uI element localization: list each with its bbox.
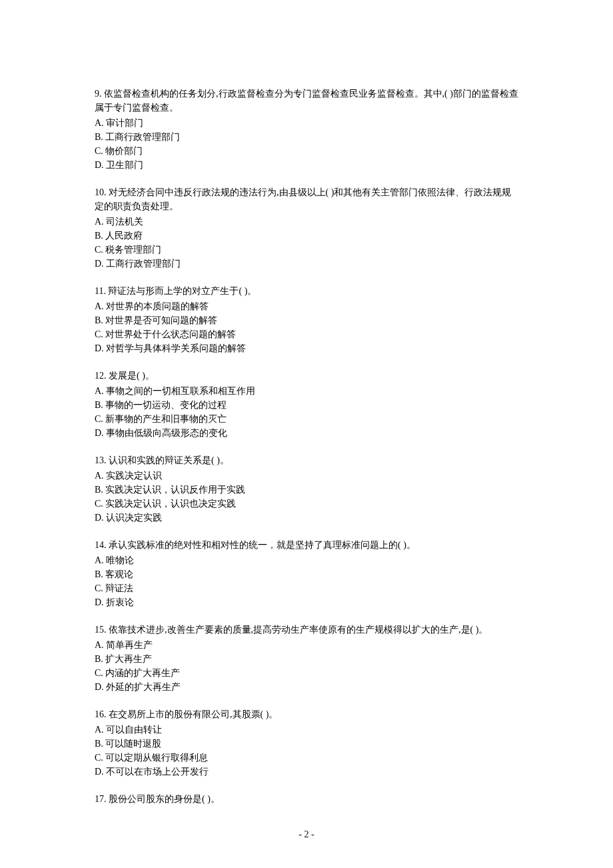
choice: D. 事物由低级向高级形态的变化 (95, 426, 518, 440)
choices: A. 简单再生产B. 扩大再生产C. 内涵的扩大再生产D. 外延的扩大再生产 (95, 638, 518, 694)
choice: A. 对世界的本质问题的解答 (95, 299, 518, 313)
choice: B. 人民政府 (95, 229, 518, 243)
question: 16. 在交易所上市的股份有限公司,其股票( )。A. 可以自由转让B. 可以随… (95, 707, 518, 779)
choice: B. 可以随时退股 (95, 737, 518, 751)
choice: C. 物价部门 (95, 144, 518, 158)
choices: A. 司法机关B. 人民政府C. 税务管理部门D. 工商行政管理部门 (95, 215, 518, 271)
choice: A. 司法机关 (95, 215, 518, 229)
choice: C. 实践决定认识，认识也决定实践 (95, 497, 518, 511)
question: 13. 认识和实践的辩证关系是( )。A. 实践决定认识B. 实践决定认识，认识… (95, 453, 518, 525)
choices: A. 对世界的本质问题的解答B. 对世界是否可知问题的解答C. 对世界处于什么状… (95, 299, 518, 355)
choice: C. 辩证法 (95, 581, 518, 595)
choice: D. 不可以在市场上公开发行 (95, 765, 518, 779)
question-text: 9. 依监督检查机构的任务划分,行政监督检查分为专门监督检查民业务监督检查。其中… (95, 87, 518, 115)
page-number: - 2 - (0, 827, 613, 841)
choice: C. 新事物的产生和旧事物的灭亡 (95, 412, 518, 426)
choice: A. 唯物论 (95, 553, 518, 567)
choice: D. 卫生部门 (95, 158, 518, 172)
question: 15. 依靠技术进步,改善生产要素的质量,提高劳动生产率使原有的生产规模得以扩大… (95, 623, 518, 694)
question: 9. 依监督检查机构的任务划分,行政监督检查分为专门监督检查民业务监督检查。其中… (95, 87, 518, 172)
question: 12. 发展是( )。A. 事物之间的一切相互联系和相互作用B. 事物的一切运动… (95, 369, 518, 440)
question: 10. 对无经济合同中违反行政法规的违法行为,由县级以上( )和其他有关主管部门… (95, 185, 518, 271)
question-text: 12. 发展是( )。 (95, 369, 518, 383)
question-text: 10. 对无经济合同中违反行政法规的违法行为,由县级以上( )和其他有关主管部门… (95, 185, 518, 213)
question-text: 17. 股份公司股东的身份是( )。 (95, 792, 518, 806)
choice: D. 认识决定实践 (95, 511, 518, 525)
choice: C. 可以定期从银行取得利息 (95, 751, 518, 765)
question: 17. 股份公司股东的身份是( )。 (95, 792, 518, 806)
choices: A. 审计部门B. 工商行政管理部门C. 物价部门D. 卫生部门 (95, 116, 518, 172)
choice: B. 实践决定认识，认识反作用于实践 (95, 483, 518, 497)
choices: A. 实践决定认识B. 实践决定认识，认识反作用于实践C. 实践决定认识，认识也… (95, 469, 518, 525)
question: 14. 承认实践标准的绝对性和相对性的统一，就是坚持了真理标准问题上的( )。A… (95, 538, 518, 609)
choice: B. 对世界是否可知问题的解答 (95, 313, 518, 327)
choice: B. 事物的一切运动、变化的过程 (95, 398, 518, 412)
choice: D. 对哲学与具体科学关系问题的解答 (95, 341, 518, 355)
choices: A. 事物之间的一切相互联系和相互作用B. 事物的一切运动、变化的过程C. 新事… (95, 384, 518, 440)
document-page: 9. 依监督检查机构的任务划分,行政监督检查分为专门监督检查民业务监督检查。其中… (0, 0, 613, 868)
question: 11. 辩证法与形而上学的对立产生于( )。A. 对世界的本质问题的解答B. 对… (95, 284, 518, 355)
choice: B. 客观论 (95, 567, 518, 581)
question-text: 11. 辩证法与形而上学的对立产生于( )。 (95, 284, 518, 298)
choice: C. 税务管理部门 (95, 243, 518, 257)
choice: D. 工商行政管理部门 (95, 257, 518, 271)
question-text: 13. 认识和实践的辩证关系是( )。 (95, 453, 518, 467)
choices: A. 可以自由转让B. 可以随时退股C. 可以定期从银行取得利息D. 不可以在市… (95, 723, 518, 779)
choice: D. 折衷论 (95, 595, 518, 609)
question-text: 14. 承认实践标准的绝对性和相对性的统一，就是坚持了真理标准问题上的( )。 (95, 538, 518, 552)
choice: A. 实践决定认识 (95, 469, 518, 483)
choice: B. 工商行政管理部门 (95, 130, 518, 144)
choices: A. 唯物论B. 客观论C. 辩证法D. 折衷论 (95, 553, 518, 609)
choice: C. 内涵的扩大再生产 (95, 666, 518, 680)
questions-container: 9. 依监督检查机构的任务划分,行政监督检查分为专门监督检查民业务监督检查。其中… (95, 87, 518, 806)
choice: A. 可以自由转让 (95, 723, 518, 737)
choice: A. 审计部门 (95, 116, 518, 130)
question-text: 16. 在交易所上市的股份有限公司,其股票( )。 (95, 707, 518, 721)
choice: A. 事物之间的一切相互联系和相互作用 (95, 384, 518, 398)
choice: A. 简单再生产 (95, 638, 518, 652)
choice: D. 外延的扩大再生产 (95, 680, 518, 694)
question-text: 15. 依靠技术进步,改善生产要素的质量,提高劳动生产率使原有的生产规模得以扩大… (95, 623, 518, 637)
choice: B. 扩大再生产 (95, 652, 518, 666)
choice: C. 对世界处于什么状态问题的解答 (95, 327, 518, 341)
